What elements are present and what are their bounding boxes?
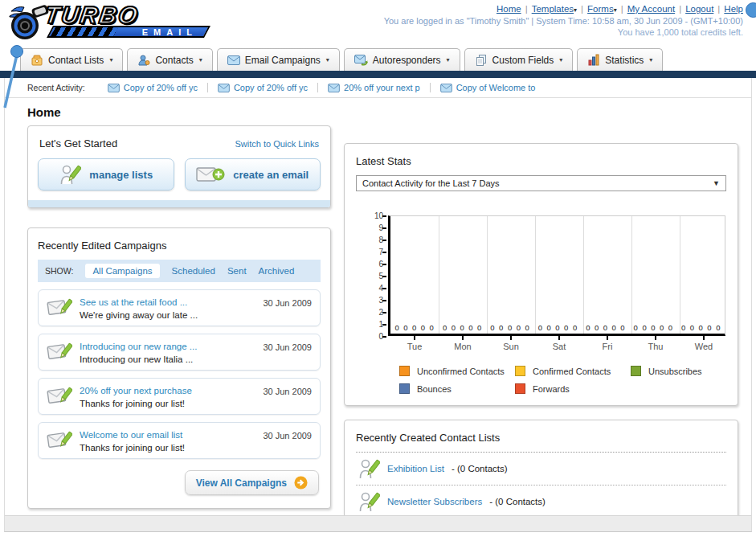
tab-label: Email Campaigns xyxy=(245,55,321,66)
legend-swatch xyxy=(399,366,410,376)
campaign-title-link[interactable]: See us at the retail food ... xyxy=(80,297,255,307)
y-axis-tick xyxy=(382,324,386,326)
y-axis-tick xyxy=(382,240,386,241)
campaign-date: 30 Jun 2009 xyxy=(263,384,312,396)
chevron-down-icon: ▾ xyxy=(649,56,652,64)
campaign-title-link[interactable]: Introducing our new range ... xyxy=(80,342,255,351)
bar-value: 0 xyxy=(555,323,559,332)
filter-all-campaigns[interactable]: All Campaigns xyxy=(85,264,159,278)
contact-list-link[interactable]: Newsletter Subscribers xyxy=(387,497,482,506)
bar-value: 0 xyxy=(660,323,664,332)
autoresponders-icon xyxy=(354,55,368,66)
campaign-date: 30 Jun 2009 xyxy=(263,428,312,440)
tab-label: Statistics xyxy=(605,55,644,66)
create-an-email-button[interactable]: create an email xyxy=(185,158,321,191)
bar-value: 0 xyxy=(690,323,694,332)
get-started-buttons: manage listscreate an email xyxy=(38,158,321,191)
recent-activity-link[interactable]: Copy of 20% off yc xyxy=(234,83,308,92)
gridline xyxy=(439,216,439,334)
legend-label: Unconfirmed Contacts xyxy=(417,367,505,376)
show-label: SHOW: xyxy=(45,266,73,276)
main-columns: Let's Get Started Switch to Quick Links … xyxy=(5,119,751,532)
nav-separator: | xyxy=(525,4,528,14)
bar-value: 0 xyxy=(668,323,672,332)
campaign-title-link[interactable]: Welcome to our email list xyxy=(80,430,255,440)
bar-value: 0 xyxy=(430,323,434,332)
chevron-down-icon: ▾ xyxy=(326,56,329,64)
y-axis-tick xyxy=(382,312,386,313)
chevron-down-icon: ▾ xyxy=(199,56,202,64)
filter-sent[interactable]: Sent xyxy=(227,266,247,276)
bar-value: 0 xyxy=(477,323,481,332)
bar-value: 0 xyxy=(508,323,512,332)
header: TURBO EMAIL Home|Templates ▾|Forms ▾|My … xyxy=(0,0,756,48)
logo-bar: EMAIL xyxy=(47,26,210,38)
nav-link-logout[interactable]: Logout xyxy=(685,4,713,14)
recent-activity-label: Recent Activity: xyxy=(27,83,85,92)
envelope-pencil-icon xyxy=(47,340,72,363)
gridline xyxy=(487,216,488,334)
y-axis-label: 6 xyxy=(367,260,383,268)
campaign-subtitle: We're giving away our late ... xyxy=(80,310,255,320)
recent-activity-link[interactable]: 20% off your next p xyxy=(344,83,420,92)
x-axis-group: Wed xyxy=(680,336,728,351)
bar-value: 0 xyxy=(525,323,529,332)
recent-activity-link[interactable]: Copy of 20% off yc xyxy=(124,83,198,92)
campaign-subtitle: Thanks for joining our list! xyxy=(80,399,255,408)
contacts-icon xyxy=(137,54,150,67)
email-campaigns-icon xyxy=(227,55,240,65)
nav-link-templates[interactable]: Templates xyxy=(532,4,574,14)
chevron-down-icon: ▾ xyxy=(614,6,617,14)
x-axis-tick xyxy=(703,336,705,340)
manage-lists-button[interactable]: manage lists xyxy=(38,158,174,191)
tab-statistics[interactable]: Statistics▾ xyxy=(577,48,663,71)
tab-contact-lists[interactable]: Contact Lists▾ xyxy=(20,48,123,71)
view-all-campaigns-button[interactable]: View All Campaigns xyxy=(185,470,319,495)
bar-value: 0 xyxy=(499,323,503,332)
recent-campaigns-title: Recently Edited Campaigns xyxy=(38,240,166,252)
switch-quick-links-link[interactable]: Switch to Quick Links xyxy=(235,139,319,149)
chevron-down-icon: ▼ xyxy=(713,179,720,187)
chevron-down-icon: ▾ xyxy=(559,56,562,64)
bar-value: 0 xyxy=(394,323,398,332)
nav-link-my-account[interactable]: My Account xyxy=(627,4,675,14)
x-axis-label: Mon xyxy=(439,342,487,351)
filter-scheduled[interactable]: Scheduled xyxy=(172,266,215,276)
person-pencil-icon xyxy=(358,490,380,513)
y-axis-label: 2 xyxy=(367,308,383,317)
person-pencil-icon xyxy=(59,163,81,186)
x-axis-tick xyxy=(414,336,415,340)
stats-report-dropdown[interactable]: Contact Activity for the Last 7 Days ▼ xyxy=(356,175,726,191)
nav-link-forms[interactable]: Forms xyxy=(587,4,614,14)
legend-swatch xyxy=(399,383,410,394)
legend-item-unconfirmed-contacts: Unconfirmed Contacts xyxy=(399,366,515,376)
y-axis-tick xyxy=(382,276,386,277)
header-nav: Home|Templates ▾|Forms ▾|My Account|Logo… xyxy=(384,4,743,14)
logo-speed-stripes xyxy=(51,27,118,36)
tab-custom-fields[interactable]: Custom Fields▾ xyxy=(464,48,574,71)
main-nav-tabs: Contact Lists▾Contacts▾Email Campaigns▾A… xyxy=(20,48,756,71)
tab-email-campaigns[interactable]: Email Campaigns▾ xyxy=(217,48,340,71)
tab-autoresponders[interactable]: Autoresponders▾ xyxy=(344,48,460,71)
contact-list-link[interactable]: Exhibition List xyxy=(387,464,444,473)
campaign-title-link[interactable]: 20% off your next purchase xyxy=(80,386,255,395)
nav-link-home[interactable]: Home xyxy=(497,4,521,14)
bar-value-group: 00000 xyxy=(582,323,629,332)
filter-archived[interactable]: Archived xyxy=(259,266,295,276)
bar-value: 0 xyxy=(586,323,590,332)
nav-link-help[interactable]: Help xyxy=(724,4,743,14)
tab-label: Autoresponders xyxy=(373,55,441,66)
x-axis-group: Tue xyxy=(390,336,439,351)
bar-value-labels: 00000000000000000000000000000000000 xyxy=(390,323,725,332)
envelope-icon xyxy=(218,84,230,92)
bar-value: 0 xyxy=(412,323,416,332)
tab-contacts[interactable]: Contacts▾ xyxy=(127,48,212,71)
page-title: Home xyxy=(27,105,751,119)
tab-label: Custom Fields xyxy=(492,55,554,66)
campaign-date: 30 Jun 2009 xyxy=(263,340,312,352)
bar-value: 0 xyxy=(403,323,407,332)
y-axis-label: 9 xyxy=(367,223,383,232)
recent-activity-link[interactable]: Copy of Welcome to xyxy=(456,83,536,92)
legend-swatch xyxy=(515,383,525,394)
get-started-panel: Let's Get Started Switch to Quick Links … xyxy=(27,125,331,208)
